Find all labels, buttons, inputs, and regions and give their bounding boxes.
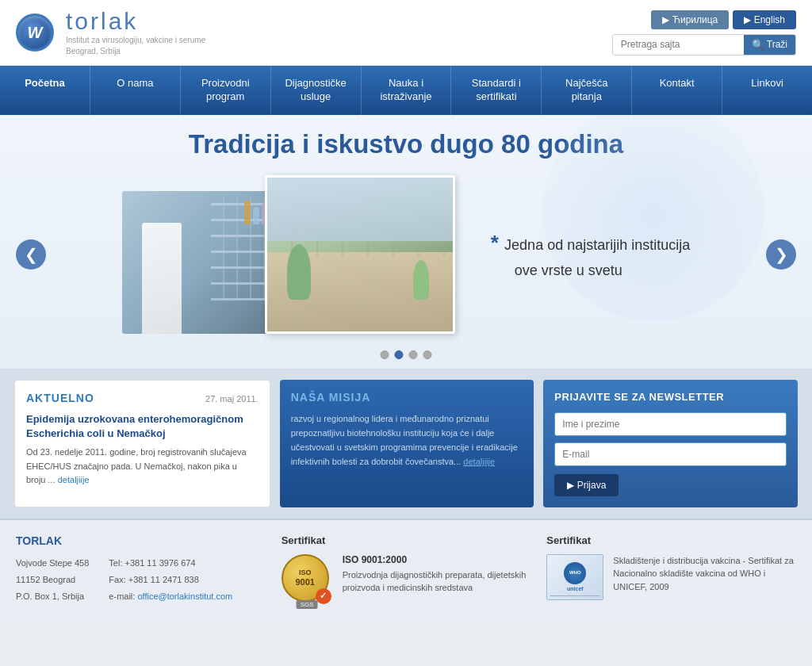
footer-torlak: TORLAK Vojvode Stepe 458 11152 Beograd P…: [16, 534, 266, 606]
logo-emblem: W: [16, 13, 54, 52]
tagline: Institut za virusologiju, vakcine i seru…: [66, 35, 205, 57]
aktuelno-box: AKTUELNO 27. maj 2011. Epidemija uzrokov…: [14, 380, 270, 507]
misija-link[interactable]: detaljiije: [463, 457, 495, 466]
cert1-text: ISO 9001:2000 Proizvodnja dijagnostičkih…: [343, 554, 531, 595]
footer-address: Vojvode Stepe 458 11152 Beograd P.O. Box…: [16, 555, 89, 605]
cyrillic-lang-button[interactable]: ▶ Ћирилица: [651, 10, 729, 29]
nav-pocetna[interactable]: Početna: [0, 66, 90, 115]
dot-3[interactable]: [409, 350, 418, 359]
aktuelno-title: AKTUELNO: [26, 392, 94, 404]
hero-asterisk: *: [491, 231, 504, 255]
search-bar: 🔍 Traži: [612, 34, 796, 56]
aktuelno-header: AKTUELNO 27. maj 2011.: [26, 392, 259, 404]
cert2-text: Skladištenje i distribucija vakcina - Se…: [613, 554, 796, 594]
newsletter-email-input[interactable]: [554, 442, 787, 466]
footer: TORLAK Vojvode Stepe 458 11152 Beograd P…: [0, 519, 812, 620]
aktuelno-link[interactable]: detaljiije: [58, 475, 90, 484]
logo-letter: W: [28, 24, 43, 42]
aktuelno-news-text: Od 23. nedelje 2011. godine, broj regist…: [26, 446, 259, 488]
main-nav: Početna O nama Proizvodni program Dijagn…: [0, 66, 812, 115]
nav-nauka[interactable]: Nauka i istraživanje: [362, 66, 452, 115]
aktuelno-date: 27. maj 2011.: [205, 394, 259, 404]
footer-cert2: Sertifikat WHO unicef Skladištenje i dis…: [546, 534, 796, 606]
cert2-image: WHO unicef: [546, 554, 603, 600]
english-lang-button[interactable]: ▶ English: [733, 10, 796, 29]
hero-text: * Jedna od najstarijih institucija ove v…: [491, 227, 690, 282]
hero-image-lab: [122, 191, 289, 334]
hero-image-building: [265, 175, 455, 334]
header-left: W torlak Institut za virusologiju, vakci…: [16, 8, 205, 57]
aktuelno-news-title: Epidemija uzrokovana enterohemoragičnom …: [26, 412, 259, 441]
nav-onama[interactable]: O nama: [90, 66, 181, 115]
footer-torlak-details: Vojvode Stepe 458 11152 Beograd P.O. Box…: [16, 555, 266, 605]
lang-buttons: ▶ Ћирилица ▶ English: [651, 10, 796, 29]
footer-cert1: Sertifikat ISO 9001 ✓ SGS ISO 9001:2000 …: [282, 534, 531, 606]
footer-cert1-title: Sertifikat: [282, 534, 531, 546]
logo-text: torlak: [66, 8, 205, 35]
sgs-label: SGS: [297, 600, 318, 609]
newsletter-box: PRIJAVITE SE ZA NEWSLETTER ▶ Prijava: [543, 380, 798, 507]
footer-cert2-title: Sertifikat: [546, 534, 796, 546]
nav-faq[interactable]: Najčešća pitanja: [542, 66, 632, 115]
search-input[interactable]: [613, 35, 744, 54]
nav-dijagnostika[interactable]: Dijagnostičke usluge: [271, 66, 362, 115]
misija-text: razvoj u regionalnog lidera i međunarodn…: [291, 411, 523, 469]
newsletter-title: PRIJAVITE SE ZA NEWSLETTER: [554, 391, 787, 403]
newsletter-name-input[interactable]: [554, 412, 787, 436]
misija-box: NAŠA MISIJA razvoj u regionalnog lidera …: [280, 380, 534, 507]
hero-title: Tradicija i iskustvo dugo 80 godina: [0, 115, 812, 167]
slider-dots: [381, 350, 432, 359]
search-button[interactable]: 🔍 Traži: [744, 35, 795, 55]
dot-2[interactable]: [395, 350, 404, 359]
content-boxes: AKTUELNO 27. maj 2011. Epidemija uzrokov…: [0, 369, 812, 519]
nav-linkovi[interactable]: Linkovi: [722, 66, 812, 115]
newsletter-submit-button[interactable]: ▶ Prijava: [554, 474, 619, 496]
slider-next-button[interactable]: ❯: [766, 239, 796, 270]
nav-program[interactable]: Proizvodni program: [181, 66, 271, 115]
footer-cert2-content: WHO unicef Skladištenje i distribucija v…: [546, 554, 796, 600]
footer-torlak-title: TORLAK: [16, 534, 266, 547]
nav-standardi[interactable]: Standardi i sertifikati: [451, 66, 542, 115]
footer-contact: Tel: +381 11 3976 674 Fax: +381 11 2471 …: [109, 555, 232, 605]
dot-1[interactable]: [381, 350, 389, 359]
misija-title: NAŠA MISIJA: [291, 391, 523, 404]
hero-images: [122, 175, 455, 334]
dot-4[interactable]: [423, 350, 432, 359]
nav-kontakt[interactable]: Kontakt: [632, 66, 722, 115]
footer-cert1-content: ISO 9001 ✓ SGS ISO 9001:2000 Proizvodnja…: [282, 554, 531, 606]
logo-brand: torlak Institut za virusologiju, vakcine…: [66, 8, 205, 57]
hero-content: ❮: [0, 167, 812, 342]
cert1-badge: ISO 9001 ✓ SGS: [282, 554, 333, 606]
header-right: ▶ Ћирилица ▶ English 🔍 Traži: [612, 10, 796, 56]
slider-prev-button[interactable]: ❮: [16, 239, 46, 270]
hero-slider: Tradicija i iskustvo dugo 80 godina ❮: [0, 115, 812, 369]
footer-email-link[interactable]: office@torlakinstitut.com: [137, 591, 232, 601]
